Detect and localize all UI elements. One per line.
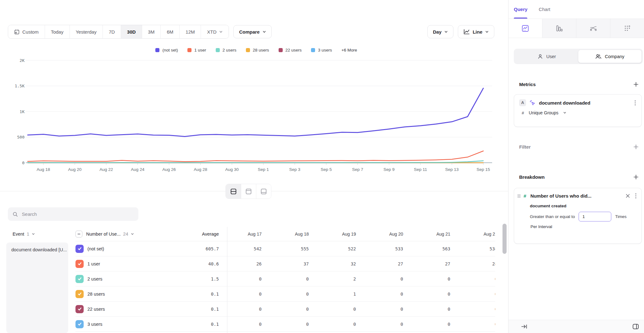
add-metric-button[interactable]	[633, 81, 639, 87]
date-range-label: Custom	[22, 29, 39, 35]
date-range-30d[interactable]: 30D	[121, 25, 142, 38]
table-row: (not set)605.7542555522533563534	[75, 241, 495, 256]
row-label[interactable]: 28 users	[87, 292, 182, 297]
date-range-yesterday[interactable]: Yesterday	[70, 25, 103, 38]
kebab-menu-icon	[635, 100, 636, 106]
date-range-xtd[interactable]: XTD	[201, 25, 229, 38]
kebab-menu-icon	[635, 193, 636, 199]
table-row: 28 users0.1001000	[75, 287, 495, 302]
layout-split-button[interactable]	[226, 184, 241, 199]
table-scrollbar[interactable]	[502, 224, 507, 254]
collapse-panel-button[interactable]	[520, 323, 528, 330]
row-value: 0	[416, 307, 463, 312]
compare-button[interactable]: Compare	[233, 25, 271, 38]
row-checkbox[interactable]	[75, 245, 84, 253]
chart-style-button[interactable]: Line	[458, 25, 494, 38]
chevron-down-icon	[444, 30, 448, 34]
remove-breakdown-button[interactable]	[625, 193, 630, 199]
row-label[interactable]: (not set)	[87, 246, 182, 251]
scatter-grid-icon	[624, 25, 631, 32]
scope-company[interactable]: Company	[578, 50, 641, 63]
legend-item[interactable]: 3 users	[311, 48, 332, 52]
legend-item[interactable]: 1 user	[187, 48, 206, 52]
legend-item[interactable]: (not set)	[155, 48, 178, 52]
metrics-section-header: Metrics	[519, 80, 639, 88]
row-label[interactable]: 3 users	[87, 322, 182, 327]
breakdown-event-name[interactable]: document created	[530, 204, 637, 208]
svg-text:Sep 15: Sep 15	[477, 167, 490, 172]
date-column-header: Aug 19	[321, 232, 369, 237]
row-checkbox[interactable]	[75, 275, 84, 283]
row-label[interactable]: 1 user	[87, 261, 182, 266]
date-range-today[interactable]: Today	[45, 25, 70, 38]
row-checkbox[interactable]	[75, 320, 84, 328]
row-label[interactable]: 22 users	[87, 307, 182, 312]
chart-type-flow[interactable]	[576, 19, 610, 38]
svg-text:500: 500	[17, 135, 25, 139]
layout-table-only-button[interactable]	[256, 184, 271, 199]
chart-legend: (not set)1 user2 users28 users22 users3 …	[6, 48, 506, 52]
event-list-item[interactable]: document downloaded [U...	[6, 243, 68, 333]
plus-icon	[634, 145, 638, 149]
check-icon	[77, 307, 82, 311]
breakdown-menu-button[interactable]	[635, 193, 637, 199]
table-header-row: Number of Use... 24 Average Aug 17Aug 18…	[75, 227, 495, 241]
metric-event-name[interactable]: document downloaded	[539, 100, 630, 106]
condition-label[interactable]: Greater than or equal to	[530, 214, 575, 219]
chevron-down-icon	[131, 232, 134, 236]
svg-text:Sep 3: Sep 3	[289, 167, 300, 172]
row-checkbox[interactable]	[75, 305, 84, 313]
date-range-7d[interactable]: 7D	[103, 25, 121, 38]
main-area: CustomTodayYesterday7D30D3M6M12MXTD Comp…	[0, 0, 508, 333]
chart-type-line[interactable]	[508, 19, 542, 38]
chevron-down-icon	[219, 30, 223, 34]
date-column-header: Aug 21	[416, 232, 463, 237]
metric-measure-selector[interactable]: # Unique Groups	[522, 110, 636, 115]
search-input[interactable]	[22, 211, 134, 217]
split-view-button[interactable]	[632, 323, 640, 330]
plus-icon	[634, 175, 638, 179]
legend-item[interactable]: 22 users	[279, 48, 302, 52]
layout-chart-only-button[interactable]	[241, 184, 256, 199]
svg-text:2K: 2K	[19, 58, 25, 63]
date-range-12m[interactable]: 12M	[180, 25, 201, 38]
add-breakdown-button[interactable]	[633, 174, 639, 180]
row-checkbox[interactable]	[75, 260, 84, 268]
query-panel: Query Chart User Company Metrics	[508, 0, 644, 333]
interval-label: Day	[433, 29, 442, 35]
chart-type-bar[interactable]	[542, 19, 576, 38]
row-value: 32	[321, 261, 369, 266]
tab-query[interactable]: Query	[514, 0, 527, 19]
row-average: 0.1	[186, 307, 227, 312]
legend-item[interactable]: 2 users	[216, 48, 236, 52]
legend-swatch	[155, 48, 159, 52]
event-column-header[interactable]: Event 1	[13, 227, 35, 241]
legend-item[interactable]: 28 users	[246, 48, 269, 52]
breakdown-property-name[interactable]: Number of Users who did...	[530, 193, 625, 199]
date-range-6m[interactable]: 6M	[161, 25, 180, 38]
group-column-header[interactable]: Number of Use... 24	[86, 232, 182, 237]
check-icon	[77, 276, 82, 281]
line-chart-icon	[522, 25, 529, 32]
table-row: 1 user40.6263732272728	[75, 256, 495, 271]
layout-toggle-group	[225, 184, 271, 199]
per-interval-label[interactable]: Per Interval	[530, 224, 637, 229]
interval-button[interactable]: Day	[427, 25, 454, 38]
date-range-3m[interactable]: 3M	[142, 25, 161, 38]
row-checkbox[interactable]	[75, 290, 84, 298]
add-filter-button[interactable]	[633, 144, 639, 150]
row-label[interactable]: 2 users	[87, 276, 182, 281]
select-all-checkbox[interactable]	[75, 231, 82, 237]
row-value: 0	[416, 276, 463, 281]
date-range-custom[interactable]: Custom	[8, 25, 45, 38]
line-chart[interactable]: 05001K1.5K2KAug 18Aug 20Aug 22Aug 24Aug …	[6, 53, 506, 179]
metric-menu-button[interactable]	[634, 100, 636, 106]
date-range-label: 3M	[148, 29, 155, 35]
drag-handle-icon[interactable]	[517, 194, 521, 198]
tab-chart[interactable]: Chart	[539, 0, 550, 19]
times-input[interactable]	[579, 212, 611, 221]
scope-user[interactable]: User	[515, 50, 578, 63]
table-rows: (not set)605.75425555225335635341 user40…	[75, 241, 495, 332]
chart-type-grid[interactable]	[610, 19, 644, 38]
legend-more[interactable]: +6 More	[341, 48, 357, 52]
